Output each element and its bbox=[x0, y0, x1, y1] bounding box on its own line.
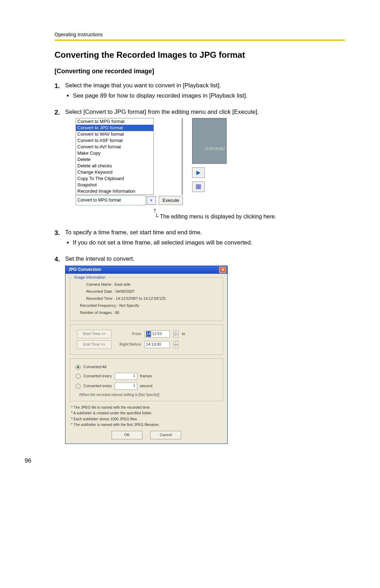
menu-item[interactable]: Delete bbox=[76, 156, 153, 163]
unit-label: frames bbox=[140, 373, 152, 379]
dialog-title: JPG Conversion bbox=[68, 267, 101, 273]
image-info-group: Image Information Camera Name : East sid… bbox=[70, 277, 223, 321]
spinner-down-icon: ▾ bbox=[173, 334, 178, 338]
radio-converted-frames[interactable] bbox=[76, 374, 81, 379]
close-icon: ✕ bbox=[221, 267, 224, 273]
subtitle: [Converting one recorded image] bbox=[55, 68, 345, 75]
step-4: 4. Set the interval to convert. JPG Conv… bbox=[55, 255, 345, 444]
radio-converted-second[interactable] bbox=[76, 384, 81, 389]
menu-combo[interactable]: Convert to MPG format bbox=[76, 196, 146, 205]
spinner-up-icon: ▴ bbox=[173, 330, 178, 334]
info-rectime: Recorded Time : 14:12:53'687 to 14:12:59… bbox=[86, 296, 219, 302]
menu-item-selected[interactable]: Convert to JPG format bbox=[76, 125, 153, 131]
arrow-up-icon: ↑ bbox=[153, 208, 157, 212]
editing-menu[interactable]: Convert to MPG format Convert to JPG for… bbox=[76, 118, 154, 195]
ok-button[interactable]: OK bbox=[112, 431, 142, 439]
radio-label: Converted every bbox=[83, 383, 112, 389]
execute-button[interactable]: Execute bbox=[159, 196, 183, 205]
start-time-button[interactable]: Start Time >> bbox=[77, 330, 112, 338]
jpg-conversion-dialog: JPG Conversion ✕ Image Information Camer… bbox=[65, 266, 228, 444]
note-line: * A subfolder is created under the speci… bbox=[71, 410, 223, 416]
info-camera: Camera Name : East side bbox=[86, 282, 219, 287]
note-line: * Each subfolder stores 1000 JPEG files. bbox=[71, 416, 223, 422]
page-number: 96 bbox=[25, 457, 31, 464]
screenshot-menu: Convert to MPG format Convert to JPG for… bbox=[76, 118, 345, 205]
info-recdate: Recorded Date : 04/08/2007 bbox=[86, 289, 219, 295]
menu-item[interactable]: Copy To The Clipboard bbox=[76, 175, 153, 182]
header-small: Operating Instructions bbox=[55, 32, 345, 37]
info-numimg: Number of Images : 66 bbox=[80, 310, 219, 316]
step-text: To specify a time frame, set start time … bbox=[65, 229, 202, 236]
combo-dropdown-button[interactable]: ▾ bbox=[147, 196, 156, 205]
chevron-down-icon: ▾ bbox=[150, 198, 152, 203]
end-time-button[interactable]: End Time >> bbox=[77, 340, 112, 349]
menu-item[interactable]: Convert to WAV format bbox=[76, 131, 153, 137]
callout: ↑ └The editing menu is displayed by clic… bbox=[154, 208, 345, 221]
interval-group: Converted All Converted every 1 frames C… bbox=[70, 358, 223, 401]
step-number: 3. bbox=[55, 228, 60, 237]
yellow-rule bbox=[55, 39, 345, 41]
step-text: Set the interval to convert. bbox=[65, 255, 135, 262]
page-title: Converting the Recorded Images to JPG fo… bbox=[55, 50, 345, 60]
menu-item[interactable]: Make Copy bbox=[76, 150, 153, 156]
time-group: Start Time >> From 14:12:53 ▴▾ to End Ti… bbox=[70, 324, 223, 355]
stop-icon bbox=[196, 184, 201, 189]
callout-elbow: └ bbox=[154, 212, 158, 221]
start-time-input[interactable]: 14:12:53 bbox=[145, 330, 170, 338]
step-sub: See page 89 for how to display recorded … bbox=[73, 92, 345, 100]
step-text: Select the image that you want to conver… bbox=[65, 82, 221, 89]
info-freq: Recorded Frequency : Not Specify bbox=[80, 303, 219, 309]
menu-item[interactable]: Change Keyword bbox=[76, 169, 153, 175]
menu-item[interactable]: Recorded Image Information bbox=[76, 188, 153, 194]
end-time-input[interactable]: 14:13:00 bbox=[145, 341, 170, 348]
right-before-label: Right Before bbox=[115, 342, 141, 347]
play-icon: ▶ bbox=[196, 168, 201, 177]
radio-converted-all[interactable] bbox=[76, 365, 81, 370]
dialog-titlebar[interactable]: JPG Conversion ✕ bbox=[65, 266, 227, 274]
menu-item[interactable]: Convert to AVI format bbox=[76, 144, 153, 150]
step-text: Select [Convert to JPG format] from the … bbox=[65, 109, 259, 115]
preview-timestamp: 12:08:09'062 bbox=[204, 147, 225, 152]
step-number: 4. bbox=[55, 255, 60, 264]
preview-thumbnail: 12:08:09'062 bbox=[192, 118, 227, 164]
stop-button[interactable] bbox=[192, 181, 205, 192]
step-1: 1. Select the image that you want to con… bbox=[55, 81, 345, 100]
play-button[interactable]: ▶ bbox=[192, 167, 205, 178]
second-input[interactable]: 1 bbox=[115, 383, 137, 390]
menu-item[interactable]: Convert to MPG format bbox=[76, 118, 153, 125]
callout-text: The editing menu is displayed by clickin… bbox=[160, 212, 276, 221]
frames-input[interactable]: 1 bbox=[115, 373, 137, 380]
notes: * The JPEG file is named with the record… bbox=[71, 405, 223, 427]
from-label: From bbox=[115, 331, 141, 337]
end-time-spinner[interactable]: ▴▾ bbox=[173, 341, 178, 348]
spinner-down-icon: ▾ bbox=[173, 345, 178, 348]
interval-note: (When the recorded interval setting is [… bbox=[79, 392, 219, 398]
menu-item[interactable]: Delete all checks bbox=[76, 163, 153, 169]
close-button[interactable]: ✕ bbox=[219, 267, 226, 273]
menu-item[interactable]: Snapshot bbox=[76, 182, 153, 188]
start-time-spinner[interactable]: ▴▾ bbox=[173, 330, 178, 338]
radio-label: Converted All bbox=[83, 364, 106, 370]
spinner-up-icon: ▴ bbox=[173, 341, 178, 345]
menu-item[interactable]: Convert to ASF format bbox=[76, 137, 153, 144]
note-line: * The subfolder is named with the first … bbox=[71, 422, 223, 427]
radio-label: Converted every bbox=[83, 373, 112, 379]
step-2: 2. Select [Convert to JPG format] from t… bbox=[55, 108, 345, 221]
group-title: Image Information bbox=[73, 275, 107, 280]
note-line: * The JPEG file is named with the record… bbox=[71, 405, 223, 410]
cancel-button[interactable]: Cancel bbox=[150, 431, 181, 439]
step-number: 1. bbox=[55, 81, 60, 91]
unit-label: second bbox=[140, 383, 152, 389]
to-label: to bbox=[182, 331, 185, 337]
step-sub: If you do not set a time frame, all sele… bbox=[73, 239, 345, 247]
step-number: 2. bbox=[55, 108, 60, 117]
step-3: 3. To specify a time frame, set start ti… bbox=[55, 228, 345, 247]
